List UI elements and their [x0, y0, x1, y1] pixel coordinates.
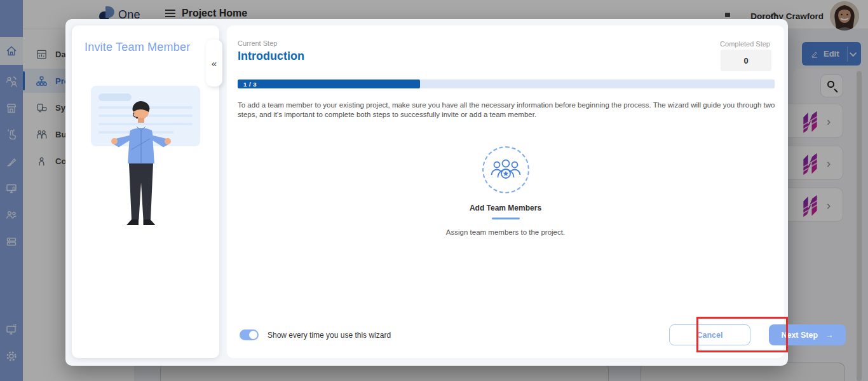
collapse-panel-button[interactable]: «: [206, 39, 222, 87]
wizard-progress-label: 1 / 3: [238, 81, 257, 88]
completed-step-label: Completed Step: [720, 40, 770, 48]
wizard-progress-fill: 1 / 3: [238, 80, 420, 88]
cancel-button[interactable]: Cancel: [669, 324, 750, 345]
invite-wizard-modal: Invite Team Member: [65, 19, 788, 366]
wizard-title: Invite Team Member: [85, 41, 190, 54]
team-group-icon: [491, 158, 521, 181]
chevrons-left-icon: «: [212, 58, 217, 69]
feature-caption: Assign team members to the project.: [227, 228, 784, 236]
feature-title: Add Team Members: [227, 204, 784, 212]
next-step-label: Next Step: [781, 331, 818, 340]
show-wizard-toggle[interactable]: [240, 329, 259, 340]
wizard-side-panel: Invite Team Member: [72, 25, 219, 358]
arrow-right-icon: →: [825, 331, 834, 340]
toggle-knob: [249, 331, 257, 339]
presenter-illustration: [106, 99, 176, 232]
next-step-button[interactable]: Next Step →: [769, 324, 846, 345]
feature-block: Add Team Members Assign team members to …: [227, 146, 784, 236]
completed-step-value: 0: [721, 50, 771, 71]
app-root: One Project Home Dorothy Crawford: [0, 0, 868, 381]
current-step-name: Introduction: [238, 50, 304, 63]
wizard-description: To add a team member to your existing pr…: [238, 100, 780, 120]
wizard-progress-bar: 1 / 3: [238, 80, 775, 88]
current-step-label: Current Step: [238, 39, 277, 47]
feature-underline: [492, 218, 520, 219]
wizard-main-panel: Current Step Introduction Completed Step…: [227, 25, 784, 358]
add-team-members-icon-circle: [482, 146, 529, 193]
toggle-label: Show every time you use this wizard: [268, 331, 391, 340]
